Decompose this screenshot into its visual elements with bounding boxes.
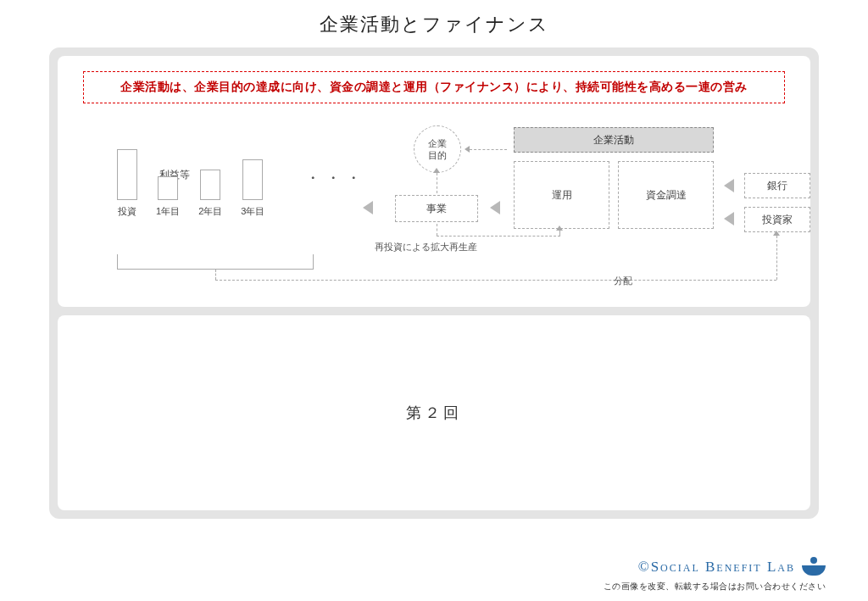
summary-box: 企業活動は、企業目的の達成に向け、資金の調達と運用（ファイナンス）により、持続可… [83,71,785,103]
page-title: 企業活動とファイナンス [0,0,868,47]
activity-box: 企業活動 [514,127,714,153]
bar-y3 [242,159,263,200]
bank-box: 銀行 [744,173,810,198]
diagram-area: 利益等 投資 1年目 2年目 3年目 ・・・ [83,115,785,297]
brand-text: ©Social Benefit Lab [638,559,795,576]
distribution-label: 分配 [614,275,632,287]
goal-circle: 企業 目的 [414,125,461,173]
funding-box: 資金調達 [618,161,714,229]
reinvest-arrowhead-icon [556,225,563,231]
business-box: 事業 [395,195,478,222]
reinvest-down [437,224,437,236]
bar-col-y1: 1年目 [156,176,180,218]
bar-lbl-y1: 1年目 [156,205,180,218]
bar-lbl-y2: 2年目 [198,205,222,218]
reinvest-horiz [437,236,560,237]
content-frame: 企業活動は、企業目的の達成に向け、資金の調達と運用（ファイナンス）により、持続可… [49,47,819,519]
bar-lbl-invest: 投資 [118,205,136,218]
link-biz-goal [437,173,437,193]
bar-group: 投資 1年目 2年目 3年目 [117,149,264,218]
dist-horiz [215,280,776,281]
reinvest-label: 再投資による拡大再生産 [375,241,477,253]
diagram-panel: 企業活動は、企業目的の達成に向け、資金の調達と運用（ファイナンス）により、持続可… [58,56,810,307]
bar-bracket [117,254,314,270]
bar-y1 [158,176,178,200]
lesson-panel: 第２回 [58,315,810,510]
arrow-bank-to-fund-icon [724,179,734,192]
lesson-number: 第２回 [406,403,462,423]
brand: ©Social Benefit Lab [604,557,826,577]
footer-note: この画像を改変、転載する場合はお問い合わせください [604,581,826,593]
link-activity-goal [470,149,507,150]
arrow-op-to-biz-icon [490,201,500,214]
bar-invest [117,149,137,200]
arrowhead-up-icon [433,168,440,173]
bar-col-invest: 投資 [117,149,137,218]
reinvest-up [559,231,560,236]
investor-box: 投資家 [744,207,810,232]
arrow-biz-to-bars-icon [363,201,373,214]
bar-col-y2: 2年目 [198,170,222,218]
dist-arrowhead-icon [773,231,780,236]
arrowhead-goal-icon [465,146,470,153]
brand-logo-icon [802,557,826,577]
dist-up [776,236,777,280]
arrow-inv-to-fund-icon [724,212,734,225]
operation-box: 運用 [514,161,609,229]
footer: ©Social Benefit Lab この画像を改変、転載する場合はお問い合わ… [604,557,826,593]
bar-lbl-y3: 3年目 [241,205,264,218]
dist-down [215,270,216,280]
bar-y2 [200,170,220,200]
bar-col-y3: 3年目 [241,159,264,218]
ellipsis: ・・・ [305,168,366,188]
